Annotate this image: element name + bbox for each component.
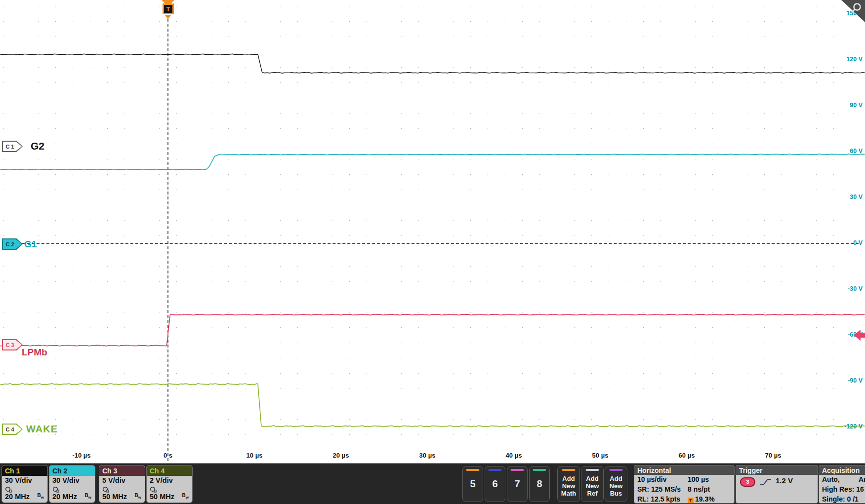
trigger-position-marker[interactable]: T bbox=[161, 0, 175, 21]
time-tick-label: 40 µs bbox=[506, 452, 522, 459]
trace-G2 bbox=[0, 54, 865, 73]
bottom-control-bar: Ch 1 30 V/div 20 MHzBw Ch 2 30 V/div 20 … bbox=[0, 463, 865, 504]
channel-4-scale: 2 V/div bbox=[147, 476, 192, 486]
waveform-traces bbox=[0, 0, 865, 463]
probe-icon bbox=[2, 486, 47, 493]
channel-4-position-badge[interactable]: C 4 bbox=[2, 424, 23, 435]
channel-2-scale: 30 V/div bbox=[49, 476, 95, 486]
acquisition-panel-title: Acquisition bbox=[819, 465, 865, 475]
bandwidth-limit-badge: Bw bbox=[182, 493, 189, 500]
trigger-position-dashed-line bbox=[167, 19, 168, 461]
acquisition-panel[interactable]: Acquisition Auto,Ar High Res: 16 b Singl… bbox=[819, 465, 865, 504]
channel-2-position-badge[interactable]: C 2 bbox=[2, 238, 23, 250]
horizontal-panel[interactable]: Horizontal 10 µs/div100 µs SR: 125 MS/s8… bbox=[634, 465, 735, 504]
rising-edge-icon bbox=[760, 478, 772, 486]
add-new-ref-button[interactable]: Add New Ref bbox=[581, 466, 604, 502]
add-new-bus-button[interactable]: Add New Bus bbox=[605, 466, 627, 502]
time-tick-label: -10 µs bbox=[72, 452, 90, 459]
voltage-tick-label: -30 V bbox=[848, 285, 863, 292]
channel-3-scale: 5 V/div bbox=[99, 476, 145, 486]
acquisition-row-3: Single: 0 /1 bbox=[819, 495, 865, 504]
channel-8-button[interactable]: 8 bbox=[529, 466, 550, 502]
channel-1-bandwidth: 20 MHzBw bbox=[2, 493, 47, 503]
horizontal-row-2: SR: 125 MS/s8 ns/pt bbox=[634, 485, 734, 495]
zero-volt-dashed-line bbox=[22, 243, 859, 244]
waveform-plot-area[interactable]: 150 V120 V90 V60 V30 V0 V-30 V-60 V-90 V… bbox=[0, 0, 865, 463]
channel-4-card[interactable]: Ch 4 2 V/div 50 MHzBw bbox=[146, 465, 193, 503]
channel-1-trace-label: G2 bbox=[31, 140, 44, 152]
channel-2-card[interactable]: Ch 2 30 V/div 20 MHzBw bbox=[49, 465, 95, 503]
time-tick-label: 20 µs bbox=[333, 452, 349, 459]
time-tick-label: 30 µs bbox=[419, 452, 436, 459]
channel-1-card[interactable]: Ch 1 30 V/div 20 MHzBw bbox=[1, 465, 48, 503]
trigger-level-value: 1.2 V bbox=[776, 476, 793, 485]
trigger-marker-small-arrow bbox=[165, 15, 171, 19]
channel-3-card[interactable]: Ch 3 5 V/div 50 MHzBw bbox=[99, 465, 145, 503]
horizontal-row-1: 10 µs/div100 µs bbox=[634, 475, 734, 485]
trigger-panel-title: Trigger bbox=[736, 465, 818, 475]
channel-2-trace-label: G1 bbox=[24, 239, 37, 250]
voltage-tick-label: 60 V bbox=[850, 148, 863, 155]
channel-4-bandwidth: 50 MHzBw bbox=[147, 493, 192, 503]
trace-WAKE bbox=[0, 384, 865, 427]
channel-3-badge-label: C 3 bbox=[2, 339, 18, 350]
channel-3-trace-label: LPMb bbox=[22, 347, 47, 358]
channel-3-position-badge[interactable]: C 3 bbox=[2, 339, 23, 350]
channel-6-button[interactable]: 6 bbox=[485, 466, 505, 502]
channel-3-bandwidth: 50 MHzBw bbox=[99, 493, 145, 503]
trigger-source-badge: 3 bbox=[740, 477, 755, 487]
time-tick-label: 60 µs bbox=[679, 452, 695, 459]
voltage-tick-label: 0 V bbox=[853, 239, 863, 246]
trace-LPMb bbox=[0, 314, 865, 347]
trace-G1 bbox=[0, 154, 865, 170]
channel-1-card-title: Ch 1 bbox=[2, 465, 47, 476]
time-tick-label: 70 µs bbox=[765, 452, 782, 459]
channel-4-badge-label: C 4 bbox=[2, 424, 18, 435]
bandwidth-limit-badge: Bw bbox=[85, 493, 91, 500]
channel-2-card-title: Ch 2 bbox=[49, 465, 95, 476]
time-tick-label: 50 µs bbox=[592, 452, 609, 459]
corner-zoom-button[interactable] bbox=[840, 0, 865, 22]
add-new-math-button[interactable]: Add New Math bbox=[557, 466, 580, 502]
channel-7-button[interactable]: 7 bbox=[507, 466, 528, 502]
probe-icon bbox=[49, 486, 95, 493]
channel-4-trace-label: WAKE bbox=[26, 424, 58, 435]
acquisition-row-1: Auto,Ar bbox=[819, 475, 865, 485]
trigger-marker-t-box: T bbox=[163, 3, 174, 14]
bandwidth-limit-badge: Bw bbox=[135, 493, 141, 500]
channel-1-scale: 30 V/div bbox=[2, 476, 47, 486]
oscilloscope-screen: 150 V120 V90 V60 V30 V0 V-30 V-60 V-90 V… bbox=[0, 0, 865, 504]
bandwidth-limit-badge: Bw bbox=[38, 493, 44, 500]
channel-5-button[interactable]: 5 bbox=[462, 466, 483, 502]
channel-4-card-title: Ch 4 bbox=[147, 465, 192, 476]
trigger-t-mini-icon: T bbox=[688, 498, 694, 504]
trigger-level-arrow[interactable] bbox=[854, 329, 865, 341]
trigger-panel[interactable]: Trigger 3 1.2 V bbox=[736, 465, 818, 504]
horizontal-panel-title: Horizontal bbox=[634, 465, 734, 475]
time-tick-label: 10 µs bbox=[247, 452, 263, 459]
voltage-tick-label: -120 V bbox=[844, 423, 863, 430]
channel-1-position-badge[interactable]: C 1 bbox=[2, 141, 23, 152]
button-group-divider bbox=[553, 467, 553, 500]
channel-2-badge-label: C 2 bbox=[2, 238, 18, 250]
probe-icon bbox=[99, 486, 145, 493]
voltage-tick-label: -90 V bbox=[848, 377, 863, 384]
probe-icon bbox=[147, 486, 192, 493]
voltage-tick-label: 90 V bbox=[850, 102, 863, 109]
voltage-tick-label: 120 V bbox=[846, 56, 863, 63]
time-tick-label: 0 s bbox=[164, 452, 172, 459]
channel-3-card-title: Ch 3 bbox=[99, 465, 145, 476]
horizontal-row-3: RL: 12.5 kptsT19.3% bbox=[634, 495, 734, 504]
acquisition-row-2: High Res: 16 b bbox=[819, 485, 865, 495]
channel-1-badge-label: C 1 bbox=[2, 141, 18, 152]
voltage-tick-label: 30 V bbox=[850, 194, 863, 200]
channel-2-bandwidth: 20 MHzBw bbox=[49, 493, 95, 503]
